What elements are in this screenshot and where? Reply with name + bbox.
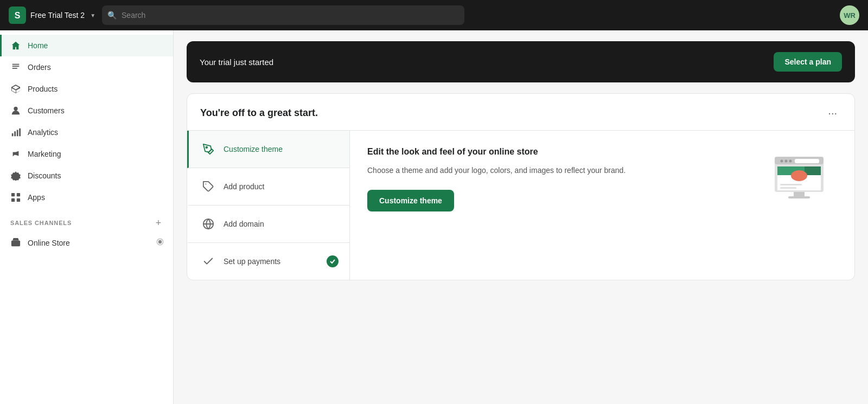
sidebar-item-discounts[interactable]: Discounts	[0, 165, 173, 187]
add-product-icon	[200, 178, 217, 195]
discounts-icon	[10, 170, 21, 181]
search-input[interactable]	[102, 5, 464, 25]
step-detail: Edit the look and feel of your online st…	[350, 131, 854, 280]
avatar[interactable]: WR	[840, 5, 859, 25]
sidebar: Home Orders Products Customers Analytics	[0, 30, 174, 404]
svg-rect-9	[11, 193, 15, 196]
sidebar-item-marketing[interactable]: Marketing	[0, 143, 173, 165]
store-name: Free Trial Test 2	[30, 11, 85, 20]
sidebar-label-orders: Orders	[28, 63, 51, 72]
svg-rect-30	[795, 159, 819, 163]
top-navigation: S Free Trial Test 2 ▼ 🔍 WR	[0, 0, 868, 30]
step-item-set-up-payments[interactable]: Set up payments	[187, 243, 349, 280]
sidebar-label-discounts: Discounts	[28, 171, 61, 180]
customize-theme-icon	[200, 140, 217, 158]
step-detail-description: Choose a theme and add your logo, colors…	[367, 164, 761, 176]
sidebar-label-home: Home	[28, 41, 48, 50]
home-icon	[10, 40, 21, 51]
svg-rect-12	[17, 198, 20, 202]
svg-rect-25	[805, 166, 821, 175]
svg-rect-6	[19, 129, 21, 136]
main-content: Your trial just started Select a plan Yo…	[174, 30, 868, 404]
svg-rect-22	[788, 196, 810, 198]
chevron-down-icon: ▼	[90, 12, 95, 18]
svg-rect-31	[780, 184, 802, 185]
sidebar-label-products: Products	[28, 85, 58, 93]
sidebar-label-apps: Apps	[28, 193, 45, 202]
svg-point-29	[789, 160, 792, 163]
sidebar-item-products[interactable]: Products	[0, 78, 173, 100]
svg-rect-4	[14, 131, 16, 136]
card-title: You're off to a great start.	[200, 107, 318, 119]
svg-point-2	[14, 107, 17, 111]
svg-point-14	[158, 240, 162, 243]
steps-container: Customize theme Add product	[187, 131, 854, 280]
step-label-add-product: Add product	[224, 182, 265, 191]
products-icon	[10, 84, 21, 94]
setup-card: You're off to a great start. ··· Customi…	[187, 93, 855, 280]
step-label-set-up-payments: Set up payments	[224, 257, 280, 266]
svg-rect-13	[11, 241, 20, 247]
orders-icon	[10, 62, 21, 73]
sidebar-item-home[interactable]: Home	[0, 35, 173, 56]
sales-channels-label: SALES CHANNELS	[10, 220, 72, 226]
trial-banner: Your trial just started Select a plan	[187, 41, 855, 82]
svg-rect-32	[780, 187, 796, 189]
svg-point-26	[791, 170, 807, 181]
svg-rect-10	[17, 193, 20, 196]
svg-text:S: S	[15, 11, 21, 20]
sidebar-label-customers: Customers	[28, 106, 65, 115]
svg-rect-3	[12, 133, 14, 136]
step-label-add-domain: Add domain	[224, 220, 264, 228]
svg-point-28	[785, 160, 788, 163]
sidebar-item-apps[interactable]: Apps	[0, 187, 173, 208]
theme-illustration	[772, 146, 837, 200]
svg-rect-21	[794, 192, 805, 196]
step-item-add-product[interactable]: Add product	[187, 168, 349, 206]
sidebar-item-orders[interactable]: Orders	[0, 56, 173, 78]
theme-illustration-svg	[772, 146, 837, 200]
search-icon: 🔍	[107, 11, 117, 20]
shopify-logo-icon: S	[9, 7, 26, 24]
svg-point-27	[781, 160, 783, 163]
step-item-customize-theme[interactable]: Customize theme	[187, 131, 349, 168]
step-label-customize-theme: Customize theme	[224, 145, 283, 153]
customize-theme-button[interactable]: Customize theme	[367, 190, 454, 211]
app-layout: Home Orders Products Customers Analytics	[0, 30, 868, 404]
marketing-icon	[10, 149, 21, 159]
sidebar-label-analytics: Analytics	[28, 128, 58, 137]
select-plan-button[interactable]: Select a plan	[774, 52, 842, 72]
view-online-store-icon[interactable]	[156, 238, 164, 248]
apps-icon	[10, 192, 21, 203]
store-brand[interactable]: S Free Trial Test 2 ▼	[9, 7, 95, 24]
step-detail-title: Edit the look and feel of your online st…	[367, 146, 761, 158]
more-options-button[interactable]: ···	[824, 105, 841, 121]
step-completed-check	[327, 255, 339, 267]
sales-channels-section: SALES CHANNELS +	[0, 208, 173, 232]
customers-icon	[10, 105, 21, 116]
sidebar-label-marketing: Marketing	[28, 150, 61, 158]
svg-rect-11	[11, 198, 15, 202]
add-domain-icon	[200, 215, 217, 233]
svg-rect-5	[17, 130, 18, 137]
search-container: 🔍	[102, 5, 464, 25]
svg-point-15	[206, 146, 207, 148]
add-sales-channel-button[interactable]: +	[152, 217, 164, 229]
trial-banner-text: Your trial just started	[200, 57, 273, 67]
svg-point-7	[14, 175, 15, 176]
step-item-add-domain[interactable]: Add domain	[187, 206, 349, 243]
step-detail-content: Edit the look and feel of your online st…	[367, 146, 761, 211]
card-header: You're off to a great start. ···	[187, 94, 854, 131]
set-up-payments-icon	[200, 253, 217, 270]
steps-list: Customize theme Add product	[187, 131, 350, 280]
sidebar-label-online-store: Online Store	[28, 239, 70, 247]
sidebar-item-customers[interactable]: Customers	[0, 100, 173, 121]
sidebar-item-analytics[interactable]: Analytics	[0, 121, 173, 143]
sidebar-item-online-store[interactable]: Online Store	[0, 232, 173, 254]
online-store-icon	[10, 238, 21, 248]
svg-point-8	[16, 177, 17, 178]
analytics-icon	[10, 127, 21, 138]
